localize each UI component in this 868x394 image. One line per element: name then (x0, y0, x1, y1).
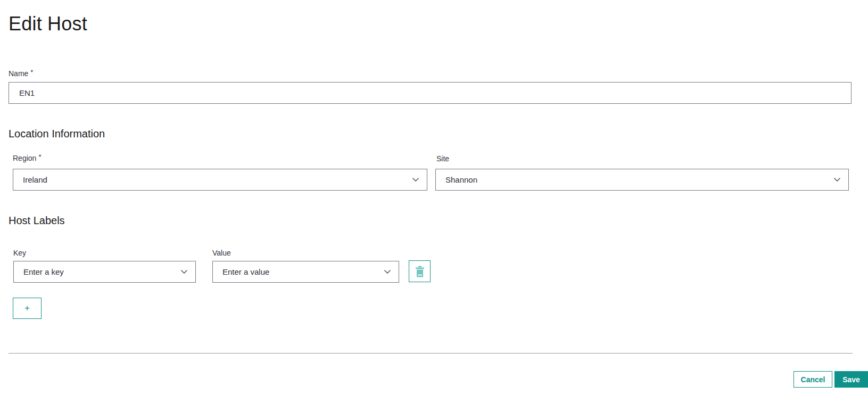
host-labels-heading: Host Labels (9, 215, 65, 227)
name-input[interactable] (9, 82, 852, 104)
value-label-row: Value (212, 248, 231, 258)
value-dropdown[interactable]: Enter a value (212, 261, 399, 283)
location-information-heading: Location Information (9, 128, 105, 140)
plus-icon: + (24, 303, 30, 314)
add-label-row-button[interactable]: + (13, 298, 42, 319)
chevron-down-icon (384, 269, 391, 274)
footer-divider (9, 353, 853, 354)
region-dropdown-value: Ireland (23, 175, 412, 184)
key-dropdown-placeholder: Enter a key (23, 267, 180, 276)
site-label-row: Site (436, 154, 449, 163)
value-label: Value (212, 249, 231, 257)
name-label-row: Name* (9, 69, 33, 78)
key-label-row: Key (13, 248, 26, 258)
key-label: Key (13, 249, 26, 257)
region-label-row: Region* (13, 153, 41, 163)
chevron-down-icon (833, 177, 841, 182)
chevron-down-icon (412, 177, 419, 182)
site-dropdown-value: Shannon (445, 175, 833, 184)
trash-icon (415, 266, 425, 277)
region-label: Region (13, 154, 36, 162)
value-dropdown-placeholder: Enter a value (222, 267, 384, 276)
region-required-asterisk: * (38, 153, 41, 161)
region-dropdown[interactable]: Ireland (13, 169, 427, 191)
page-title: Edit Host (9, 13, 87, 35)
name-label: Name (9, 69, 28, 78)
chevron-down-icon (180, 269, 188, 274)
save-button[interactable]: Save (834, 371, 868, 388)
name-required-asterisk: * (30, 68, 33, 76)
key-dropdown[interactable]: Enter a key (13, 261, 196, 283)
delete-label-row-button[interactable] (409, 260, 431, 282)
site-dropdown[interactable]: Shannon (435, 169, 849, 191)
site-label: Site (436, 154, 449, 163)
cancel-button[interactable]: Cancel (793, 371, 832, 388)
